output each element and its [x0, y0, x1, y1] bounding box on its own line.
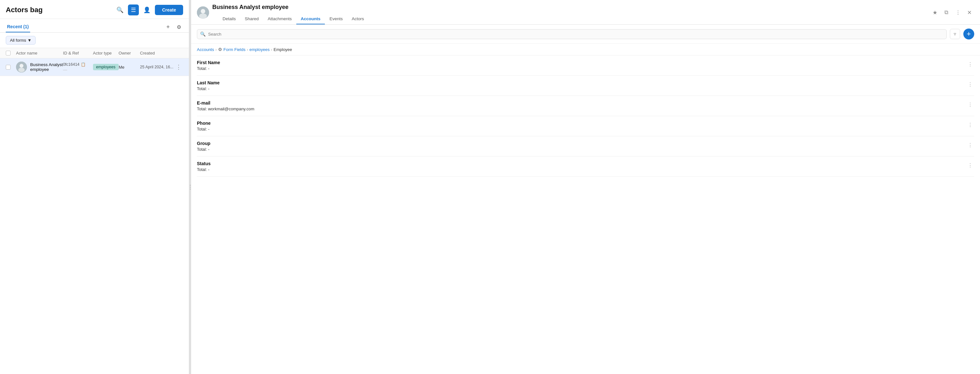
tab-actors[interactable]: Actors: [347, 14, 369, 24]
col-header-created: Created: [140, 51, 174, 56]
field-menu-first-name[interactable]: ⋮: [966, 60, 974, 68]
table-header: Actor name ID & Ref Actor type Owner Cre…: [0, 48, 189, 58]
right-avatar: [197, 6, 209, 19]
select-all-checkbox[interactable]: [6, 51, 11, 56]
row-menu-button[interactable]: ⋮: [176, 64, 181, 70]
actor-name-cell: Business Analyst employee: [16, 62, 63, 73]
field-info: Group Total: -: [197, 141, 966, 152]
id-value: 0fc16414: [63, 62, 79, 67]
actor-type-cell: employees: [93, 64, 119, 70]
tab-actions: + ⚙: [164, 23, 183, 31]
search-input[interactable]: [197, 29, 947, 39]
field-label-group: Group: [197, 141, 966, 146]
add-tab-button[interactable]: +: [164, 23, 172, 31]
breadcrumb-sep-1: ›: [215, 47, 216, 52]
tab-attachments[interactable]: Attachments: [263, 14, 296, 24]
right-tabs: Details Shared Attachments Accounts Even…: [212, 14, 927, 24]
more-options-button[interactable]: ⋮: [953, 8, 963, 18]
add-account-button[interactable]: +: [963, 29, 974, 40]
list-view-button[interactable]: ☰: [128, 5, 139, 15]
field-info: E-mail Total: workmail@company.com: [197, 100, 966, 111]
field-total-email: Total: workmail@company.com: [197, 107, 966, 111]
field-status: Status Total: - ⋮: [197, 156, 974, 177]
field-first-name: First Name Total: - ⋮: [197, 56, 974, 76]
right-panel: Business Analyst employee Details Shared…: [191, 0, 980, 374]
field-menu-phone[interactable]: ⋮: [966, 121, 974, 129]
field-label-phone: Phone: [197, 121, 966, 126]
right-header-actions: ★ ⧉ ⋮ ✕: [930, 8, 974, 18]
create-button[interactable]: Create: [155, 5, 183, 15]
settings-button[interactable]: ⚙: [175, 23, 183, 31]
right-body: 🔍 ▿ + Accounts › ⚙ Form Fields › employe…: [191, 25, 980, 374]
svg-point-1: [19, 64, 24, 68]
field-total-last-name: Total: -: [197, 86, 966, 91]
field-info: Status Total: -: [197, 161, 966, 172]
search-bar-row: 🔍 ▿ +: [191, 25, 980, 44]
tab-events[interactable]: Events: [325, 14, 347, 24]
created-cell: 25 April 2024, 16...: [140, 65, 174, 69]
field-phone: Phone Total: - ⋮: [197, 116, 974, 136]
all-forms-button[interactable]: All forms ▼: [6, 36, 36, 45]
actor-name-text: Business Analyst employee: [30, 62, 63, 72]
owner-cell: Me: [119, 65, 140, 70]
col-header-id-ref: ID & Ref: [63, 51, 93, 56]
filter-button[interactable]: ▿: [950, 29, 960, 39]
left-header: Actors bag 🔍 ☰ 👤 Create: [0, 0, 189, 19]
id-cell: 0fc16414 📋 —: [63, 62, 93, 72]
tab-details[interactable]: Details: [218, 14, 240, 24]
field-total-first-name: Total: -: [197, 66, 966, 71]
breadcrumb-form-fields[interactable]: Form Fields: [224, 47, 246, 52]
header-check: [6, 51, 16, 56]
field-total-phone: Total: -: [197, 127, 966, 132]
field-menu-group[interactable]: ⋮: [966, 141, 974, 149]
all-forms-label: All forms: [10, 38, 26, 43]
group-view-button[interactable]: 👤: [142, 5, 152, 15]
header-actions: 🔍 ☰ 👤 Create: [115, 5, 183, 15]
search-button[interactable]: 🔍: [115, 5, 126, 15]
field-menu-email[interactable]: ⋮: [966, 100, 974, 109]
field-label-email: E-mail: [197, 100, 966, 105]
tab-accounts[interactable]: Accounts: [296, 14, 325, 24]
svg-point-4: [201, 9, 205, 13]
row-checkbox[interactable]: [6, 65, 11, 70]
field-menu-status[interactable]: ⋮: [966, 161, 974, 169]
ref-value: —: [63, 67, 93, 72]
breadcrumb-accounts[interactable]: Accounts: [197, 47, 214, 52]
star-button[interactable]: ★: [930, 8, 940, 18]
field-list: First Name Total: - ⋮ Last Name Total: -: [191, 56, 980, 177]
filter-row: All forms ▼: [0, 33, 189, 48]
type-badge: employees: [93, 64, 119, 70]
field-info: Phone Total: -: [197, 121, 966, 132]
field-label-first-name: First Name: [197, 60, 966, 65]
row-actions-cell: ⋮: [174, 64, 183, 70]
svg-point-5: [199, 13, 207, 19]
field-last-name: Last Name Total: - ⋮: [197, 76, 974, 96]
chevron-down-icon: ▼: [27, 38, 32, 43]
right-header: Business Analyst employee Details Shared…: [191, 0, 980, 25]
col-header-owner: Owner: [119, 51, 140, 56]
col-header-actor-type: Actor type: [93, 51, 119, 56]
field-total-group: Total: -: [197, 147, 966, 152]
copy-icon[interactable]: 📋: [81, 62, 86, 67]
close-button[interactable]: ✕: [965, 8, 974, 18]
breadcrumb-employees[interactable]: employees: [250, 47, 270, 52]
breadcrumb: Accounts › ⚙ Form Fields › employees › E…: [191, 44, 980, 56]
layers-button[interactable]: ⧉: [942, 8, 951, 18]
gear-icon: ⚙: [218, 47, 222, 52]
col-header-actor-name: Actor name: [16, 51, 63, 56]
tab-recent[interactable]: Recent (1): [6, 21, 30, 32]
breadcrumb-employee: Employee: [274, 47, 292, 52]
resize-handle[interactable]: [189, 0, 191, 374]
tab-shared[interactable]: Shared: [240, 14, 263, 24]
field-email: E-mail Total: workmail@company.com ⋮: [197, 96, 974, 116]
field-info: Last Name Total: -: [197, 80, 966, 91]
left-tabs-row: Recent (1) + ⚙: [0, 19, 189, 33]
table-row[interactable]: Business Analyst employee 0fc16414 📋 — e…: [0, 58, 189, 76]
page-title: Actors bag: [6, 6, 43, 14]
search-input-wrap: 🔍: [197, 29, 947, 39]
field-label-last-name: Last Name: [197, 80, 966, 85]
right-title-area: Business Analyst employee Details Shared…: [212, 4, 927, 24]
field-menu-last-name[interactable]: ⋮: [966, 80, 974, 89]
breadcrumb-sep-3: ›: [271, 47, 272, 52]
breadcrumb-sep-2: ›: [247, 47, 248, 52]
